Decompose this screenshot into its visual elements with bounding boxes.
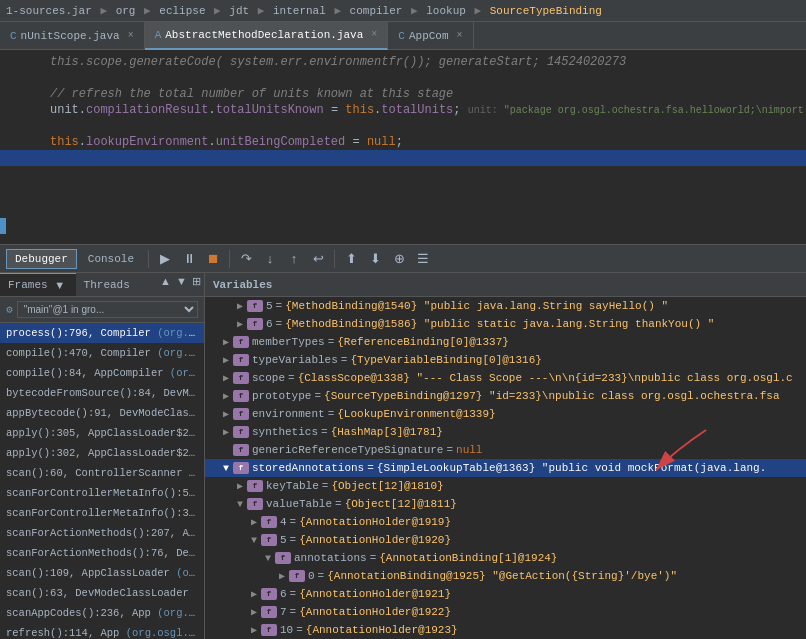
stack-item-5[interactable]: apply():305, AppClassLoader$2 (org.osgl.…: [0, 423, 204, 443]
tab-compilationunitscope[interactable]: C nUnitScope.java ×: [0, 22, 145, 50]
var-row-6-annotation[interactable]: ▶ f 6 = {AnnotationHolder@1921}: [205, 585, 806, 603]
var-row-genericsig[interactable]: ▶ f genericReferenceTypeSignature = null: [205, 441, 806, 459]
expand-icon[interactable]: ▶: [219, 426, 233, 438]
thread-filter-btn[interactable]: ⊞: [188, 273, 204, 289]
thread-up-btn[interactable]: ▲: [156, 273, 172, 289]
stack-item-14[interactable]: scanAppCodes():236, App (org.osgl.oms.: [0, 603, 204, 623]
stack-item-10[interactable]: scanForActionMethods():207, AppClassLo: [0, 523, 204, 543]
field-icon: f: [261, 606, 277, 618]
expand-icon[interactable]: ▼: [247, 535, 261, 546]
frame-text: process():796, Compiler: [6, 327, 151, 339]
var-row-7-annotation[interactable]: ▶ f 7 = {AnnotationHolder@1922}: [205, 603, 806, 621]
var-row-environment[interactable]: ▶ f environment = {LookupEnvironment@133…: [205, 405, 806, 423]
field-icon: f: [233, 462, 249, 474]
code-line-comment: // refresh the total number of units kno…: [0, 86, 806, 102]
resume-button[interactable]: ▶: [154, 248, 176, 270]
expand-icon[interactable]: ▶: [275, 570, 289, 582]
stack-item-0[interactable]: process():796, Compiler (org.eclipse.jdt…: [0, 323, 204, 343]
tab-frames[interactable]: Frames ▼: [0, 273, 76, 296]
tab-bar: C nUnitScope.java × A AbstractMethodDecl…: [0, 22, 806, 50]
tab-threads[interactable]: Threads: [76, 273, 138, 296]
expand-icon[interactable]: ▶: [247, 606, 261, 618]
field-icon: f: [261, 534, 277, 546]
var-row-keytable[interactable]: ▶ f keyTable = {Object[12]@1810}: [205, 477, 806, 495]
add-button[interactable]: ⊕: [388, 248, 410, 270]
expand-icon[interactable]: ▼: [219, 463, 233, 474]
expand-icon[interactable]: ▶: [233, 480, 247, 492]
var-row-annotations[interactable]: ▼ f annotations = {AnnotationBinding[1]@…: [205, 549, 806, 567]
expand-icon[interactable]: ▶: [219, 390, 233, 402]
left-panel: Frames ▼ Threads ▲ ▼ ⊞ ⚙ "main"@1 in gro…: [0, 273, 205, 639]
stack-item-7[interactable]: scan():60, ControllerScanner (org.osgl.o…: [0, 463, 204, 483]
tab-appcom[interactable]: C AppCom ×: [388, 22, 473, 50]
close-icon[interactable]: ×: [128, 30, 134, 41]
stack-item-2[interactable]: compile():84, AppCompiler (org.osgl.oms.: [0, 363, 204, 383]
stop-button[interactable]: ⏹: [202, 248, 224, 270]
close-icon-2[interactable]: ×: [371, 29, 377, 40]
thread-select[interactable]: "main"@1 in gro...: [17, 301, 198, 318]
stack-item-11[interactable]: scanForActionMethods():76, DevModeC: [0, 543, 204, 563]
stack-item-1[interactable]: compile():470, Compiler (org.eclipse.jdt…: [0, 343, 204, 363]
expand-icon[interactable]: ▶: [247, 588, 261, 600]
spacer: [138, 273, 156, 296]
debugger-label: Debugger: [15, 253, 68, 265]
var-row-10-annotation[interactable]: ▶ f 10 = {AnnotationHolder@1923}: [205, 621, 806, 639]
step-out-button[interactable]: ↑: [283, 248, 305, 270]
var-row-5-annotation[interactable]: ▼ f 5 = {AnnotationHolder@1920}: [205, 531, 806, 549]
expand-icon[interactable]: ▶: [247, 624, 261, 636]
frames-label: Frames: [8, 279, 48, 291]
toolbar-separator: [148, 250, 149, 268]
expand-icon[interactable]: ▶: [233, 300, 247, 312]
toolbar-separator-3: [334, 250, 335, 268]
down-button[interactable]: ⬇: [364, 248, 386, 270]
stack-item-6[interactable]: apply():302, AppClassLoader$2 (org.osgl.…: [0, 443, 204, 463]
thread-down-btn[interactable]: ▼: [172, 273, 188, 289]
menu-button[interactable]: ☰: [412, 248, 434, 270]
var-row-prototype[interactable]: ▶ f prototype = {SourceTypeBinding@1297}…: [205, 387, 806, 405]
var-row-storedannotations[interactable]: ▼ f storedAnnotations = {SimpleLookupTab…: [205, 459, 806, 477]
expand-icon[interactable]: ▶: [219, 354, 233, 366]
tab-console[interactable]: Console: [79, 249, 143, 269]
var-row-typevariables[interactable]: ▶ f typeVariables = {TypeVariableBinding…: [205, 351, 806, 369]
step-over-button[interactable]: ↷: [235, 248, 257, 270]
stack-item-15[interactable]: refresh():114, App (org.osgl.oms.app): [0, 623, 204, 639]
field-icon: f: [247, 498, 263, 510]
stack-item-4[interactable]: appBytecode():91, DevModeClassLoader: [0, 403, 204, 423]
field-icon: f: [261, 624, 277, 636]
tab-label: nUnitScope.java: [21, 30, 120, 42]
expand-icon[interactable]: ▶: [219, 408, 233, 420]
return-button[interactable]: ↩: [307, 248, 329, 270]
var-row-valuetable[interactable]: ▼ f valueTable = {Object[12]@1811}: [205, 495, 806, 513]
var-row-5-method[interactable]: ▶ f 5 = {MethodBinding@1540} "public jav…: [205, 297, 806, 315]
frames-dropdown-btn[interactable]: ▼: [52, 277, 68, 293]
expand-icon[interactable]: ▶: [219, 372, 233, 384]
var-row-scope[interactable]: ▶ f scope = {ClassScope@1338} "--- Class…: [205, 369, 806, 387]
var-row-6-method[interactable]: ▶ f 6 = {MethodBinding@1586} "public sta…: [205, 315, 806, 333]
expand-icon[interactable]: ▶: [233, 318, 247, 330]
expand-icon[interactable]: ▼: [233, 499, 247, 510]
var-row-synthetics[interactable]: ▶ f synthetics = {HashMap[3]@1781}: [205, 423, 806, 441]
step-into-button[interactable]: ↓: [259, 248, 281, 270]
java-icon: C: [10, 30, 17, 42]
expand-icon[interactable]: ▶: [247, 516, 261, 528]
var-row-4-annotation[interactable]: ▶ f 4 = {AnnotationHolder@1919}: [205, 513, 806, 531]
expand-icon[interactable]: ▼: [261, 553, 275, 564]
frame-pkg: (org.eclipse.jdt.in: [157, 327, 204, 339]
field-icon: f: [233, 390, 249, 402]
suspend-button[interactable]: ⏸: [178, 248, 200, 270]
stack-item-12[interactable]: scan():109, AppClassLoader (org.osgl.: [0, 563, 204, 583]
stack-item-3[interactable]: bytecodeFromSource():84, DevModeCla: [0, 383, 204, 403]
stack-item-8[interactable]: scanForControllerMetaInfo():50, Controll…: [0, 483, 204, 503]
expand-icon[interactable]: ▶: [219, 336, 233, 348]
tab-label-3: AppCom: [409, 30, 449, 42]
var-row-0-annotationbinding[interactable]: ▶ f 0 = {AnnotationBinding@1925} "@GetAc…: [205, 567, 806, 585]
stack-item-13[interactable]: scan():63, DevModeClassLoader: [0, 583, 204, 603]
var-row-membertypes[interactable]: ▶ f memberTypes = {ReferenceBinding[0]@1…: [205, 333, 806, 351]
tab-debugger[interactable]: Debugger: [6, 249, 77, 269]
tab-abstractmethod[interactable]: A AbstractMethodDeclaration.java ×: [145, 22, 389, 50]
up-button[interactable]: ⬆: [340, 248, 362, 270]
close-icon-3[interactable]: ×: [457, 30, 463, 41]
stack-item-9[interactable]: scanForControllerMetaInfo():33, Control: [0, 503, 204, 523]
line-indicator: [0, 218, 6, 234]
field-icon: f: [233, 354, 249, 366]
